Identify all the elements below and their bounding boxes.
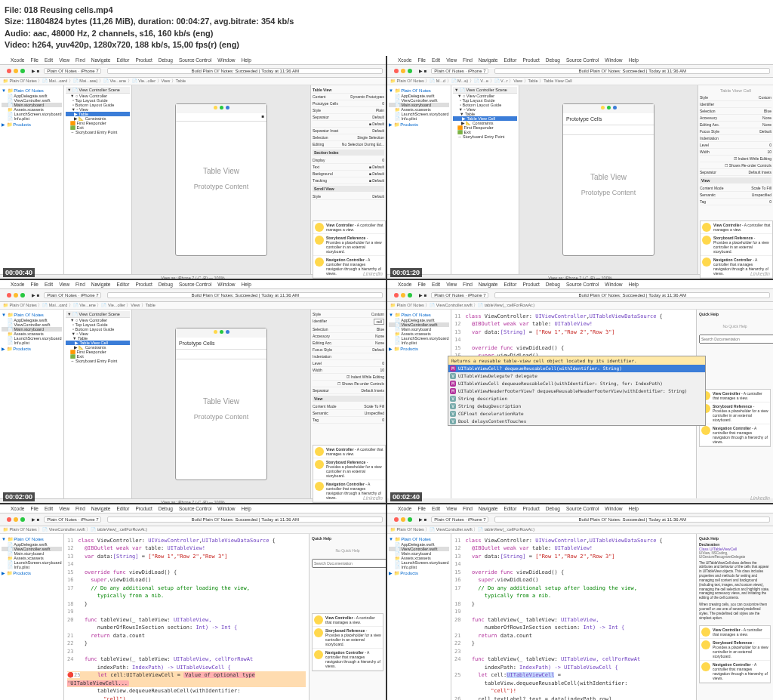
sr-icon (315, 236, 324, 245)
identifier-input[interactable]: cell (374, 319, 384, 325)
quick-help: Quick Help No Quick Help View Controller… (696, 310, 773, 498)
menu-bar: XcodeFileEditViewFindNavigateEditorProdu… (0, 56, 386, 65)
breadcrumb[interactable]: 📁 Plain Ol' Notes 〉📄 Mai...oard 〉📄 Mai..… (0, 78, 386, 85)
file-size: Size: 11804824 bytes (11,26 MiB), durati… (5, 16, 768, 27)
autocomplete-popup[interactable]: Returns a reusable table-view cell objec… (448, 356, 706, 426)
audio-info: Audio: aac, 48000 Hz, 2 channels, s16, 1… (5, 28, 768, 39)
video-info: Video: h264, yuv420p, 1280x720, 188 kb/s… (5, 39, 768, 51)
file-name: File: 018 Reusing cells.mp4 (5, 5, 768, 16)
attributes-inspector[interactable]: Table View ContentDynamic Prototypes Pro… (310, 85, 386, 274)
status-bar: Build Plain Ol' Notes: Succeeded | Today… (107, 68, 383, 74)
project-navigator[interactable]: ▼ 📁 Plain Ol' Notes 📄 AppDelegate.swift … (0, 85, 64, 274)
watermark-icon: Linkedin (363, 271, 383, 276)
search-doc-input[interactable] (699, 335, 773, 344)
vc-icon (315, 223, 324, 232)
minimize-icon[interactable] (14, 69, 18, 73)
scheme-selector[interactable]: Plain Ol' Notes · iPhone 7 (44, 68, 101, 74)
close-icon[interactable] (7, 69, 11, 73)
interface-canvas[interactable]: ■Table ViewPrototype Content (132, 85, 310, 274)
maximize-icon[interactable] (20, 69, 25, 73)
cell-inspector[interactable]: Table View Cell StyleCustom Identifier S… (698, 85, 773, 274)
timestamp: 00:00:40 (3, 268, 35, 277)
document-outline[interactable]: ▼ 📄 View Controller Scene ▼ ○ View Contr… (64, 85, 132, 274)
nc-icon (315, 257, 324, 267)
